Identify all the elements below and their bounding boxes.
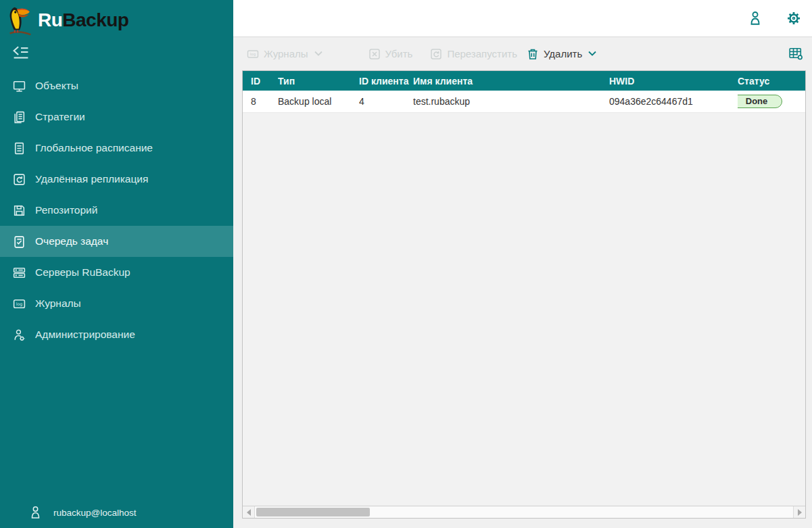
column-header-type[interactable]: Тип xyxy=(278,76,359,87)
scroll-left-button[interactable] xyxy=(243,506,255,518)
delete-button-label: Удалить xyxy=(544,48,582,59)
sidebar-item-administration[interactable]: Администрирование xyxy=(0,319,233,350)
sidebar: RuBackup Объекты xyxy=(0,0,233,528)
kill-button[interactable]: Убить xyxy=(368,48,413,60)
cell-client-id: 4 xyxy=(359,96,413,107)
current-user-label: rubackup@localhost xyxy=(53,508,137,518)
scroll-right-button[interactable] xyxy=(793,506,805,518)
sidebar-item-label: Серверы RuBackup xyxy=(35,266,130,279)
sidebar-item-label: Журналы xyxy=(35,297,81,310)
task-queue-table: ID Тип ID клиента Имя клиента HWID Стату… xyxy=(242,70,806,519)
column-header-status[interactable]: Статус xyxy=(738,76,805,87)
app-logo: RuBackup xyxy=(0,0,233,38)
table-row[interactable]: 8 Backup local 4 test.rubackup 094a36e2c… xyxy=(243,91,805,113)
chevron-down-icon xyxy=(314,51,323,57)
toolbar: log Журналы Убить xyxy=(233,37,812,70)
cell-id: 8 xyxy=(243,96,278,107)
sidebar-item-strategies[interactable]: Стратегии xyxy=(0,101,233,133)
left-arrow-icon xyxy=(247,509,251,516)
brand-ru: Ru xyxy=(38,9,62,30)
sidebar-item-repository[interactable]: Репозиторий xyxy=(0,195,233,226)
sidebar-footer: rubackup@localhost xyxy=(0,497,233,528)
column-header-id[interactable]: ID xyxy=(243,76,278,87)
column-header-client-id[interactable]: ID клиента xyxy=(359,76,413,87)
right-arrow-icon xyxy=(798,509,802,516)
brand-backup: Backup xyxy=(62,9,128,30)
toucan-logo-icon xyxy=(5,4,34,37)
log-icon: log xyxy=(12,297,26,311)
journals-button-label: Журналы xyxy=(264,48,308,59)
restart-icon xyxy=(430,48,442,60)
sidebar-item-label: Стратегии xyxy=(35,111,85,123)
delete-button[interactable]: Удалить xyxy=(527,48,596,60)
kill-icon xyxy=(368,48,381,60)
scrollbar-track[interactable] xyxy=(255,506,793,518)
main-area: log Журналы Убить xyxy=(233,0,812,528)
sidebar-item-label: Репозиторий xyxy=(35,204,97,216)
column-header-hwid[interactable]: HWID xyxy=(609,76,738,87)
sidebar-collapse-icon[interactable] xyxy=(12,45,30,59)
documents-icon xyxy=(12,110,26,124)
table-header-row: ID Тип ID клиента Имя клиента HWID Стату… xyxy=(243,71,805,91)
sidebar-item-label: Объекты xyxy=(35,80,78,92)
column-settings-icon[interactable] xyxy=(788,46,804,62)
cell-hwid: 094a36e2c64467d1 xyxy=(609,96,738,107)
sidebar-item-objects[interactable]: Объекты xyxy=(0,70,233,101)
sidebar-item-task-queue[interactable]: Очередь задач xyxy=(0,226,233,257)
admin-icon xyxy=(12,328,26,342)
sidebar-item-global-schedule[interactable]: Глобальное расписание xyxy=(0,133,233,164)
sidebar-item-remote-replication[interactable]: Удалённая репликация xyxy=(0,164,233,195)
chevron-down-icon xyxy=(588,51,596,57)
sidebar-item-label: Очередь задач xyxy=(35,235,108,247)
sidebar-item-label: Удалённая репликация xyxy=(35,173,148,185)
sidebar-menu: Объекты Стратегии Глобальное расписание xyxy=(0,70,233,350)
scrollbar-thumb[interactable] xyxy=(256,508,370,517)
status-badge: Done xyxy=(738,95,782,108)
servers-icon xyxy=(12,266,26,280)
restart-button-label: Перезапустить xyxy=(447,48,517,59)
svg-text:log: log xyxy=(16,302,23,307)
table-empty-area xyxy=(243,113,805,506)
task-queue-icon xyxy=(12,235,26,249)
sidebar-item-journals[interactable]: log Журналы xyxy=(0,288,233,319)
user-icon xyxy=(30,506,41,519)
sidebar-item-label: Администрирование xyxy=(35,329,135,341)
horizontal-scrollbar xyxy=(243,506,805,518)
app-title: RuBackup xyxy=(38,9,128,31)
topbar xyxy=(233,0,812,37)
trash-icon xyxy=(527,48,539,60)
gear-icon[interactable] xyxy=(786,11,801,26)
sidebar-item-servers[interactable]: Серверы RuBackup xyxy=(0,257,233,288)
restart-button[interactable]: Перезапустить xyxy=(430,48,517,60)
replication-icon xyxy=(12,172,26,187)
cell-client-name: test.rubackup xyxy=(413,96,609,107)
column-header-client-name[interactable]: Имя клиента xyxy=(413,76,609,87)
svg-text:log: log xyxy=(250,52,256,57)
log-icon: log xyxy=(247,48,259,60)
sidebar-item-label: Глобальное расписание xyxy=(35,142,153,154)
schedule-icon xyxy=(12,141,26,155)
monitor-icon xyxy=(12,79,26,93)
cell-status: Done xyxy=(738,95,805,108)
kill-button-label: Убить xyxy=(385,48,413,59)
cell-type: Backup local xyxy=(278,96,359,107)
journals-button[interactable]: log Журналы xyxy=(247,48,323,60)
user-icon[interactable] xyxy=(748,11,763,26)
repository-icon xyxy=(12,203,26,218)
